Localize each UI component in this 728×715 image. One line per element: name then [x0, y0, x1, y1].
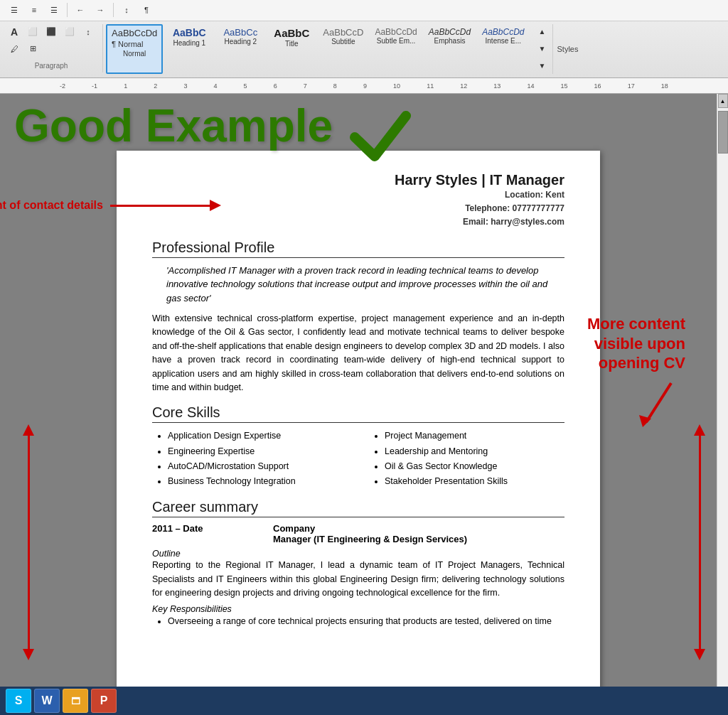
style-heading2[interactable]: AaBbCc Heading 2	[215, 24, 265, 74]
skills-left-list: Application Design Expertise Engineering…	[152, 429, 348, 489]
style-normal-preview: AaBbCcDd¶ Normal	[112, 28, 157, 50]
font-color-icon[interactable]: A	[6, 24, 23, 40]
location-label: Location:	[505, 190, 545, 200]
toolbar: ☰ ≡ ☰ ← → ↕ ¶ A ⬜ ⬛ ⬜ ↕	[0, 0, 728, 78]
section-career-summary-title: Career summary	[152, 499, 564, 517]
style-subtle-em-label: Subtle Em...	[377, 37, 415, 45]
shading-icon[interactable]: 🖊	[6, 41, 23, 57]
responsibilities-list: Overseeing a range of core technical pro…	[152, 614, 564, 628]
email-value: harry@styles.com	[491, 217, 564, 227]
responsibilities-label: Key Responsibilities	[152, 604, 564, 614]
section-professional-profile-title: Professional Profile	[152, 240, 564, 258]
right-down-arrow-head	[694, 649, 705, 660]
career-details: Company Manager (IT Engineering & Design…	[273, 523, 564, 544]
taskbar-word[interactable]: W	[34, 689, 60, 713]
paragraph-buttons: A ⬜ ⬛ ⬜ ↕ 🖊 ⊞	[6, 24, 97, 57]
style-intense-e-label: Intense E...	[486, 37, 522, 45]
align-left-icon[interactable]: ⬜	[24, 24, 41, 40]
indent-decrease-icon[interactable]: ←	[72, 2, 89, 18]
paragraph-group: A ⬜ ⬛ ⬜ ↕ 🖊 ⊞ Paragraph	[6, 24, 103, 72]
explorer-icon: 🗔	[71, 696, 80, 706]
skill-item: Leadership and Mentoring	[385, 444, 564, 459]
style-intense-e[interactable]: AaBbCcDd Intense E...	[477, 24, 529, 74]
word-icon: W	[41, 694, 52, 707]
skill-item: Business Technology Integration	[168, 474, 348, 489]
scrollbar[interactable]: ▲	[717, 94, 728, 687]
style-intense-e-preview: AaBbCcDd	[482, 27, 524, 37]
indent-increase-icon[interactable]: →	[92, 2, 109, 18]
right-up-arrow-head	[694, 424, 705, 436]
style-heading1-label: Heading 1	[173, 39, 206, 47]
contact-annotation: Small amount of contact details	[0, 199, 221, 212]
section-core-skills-title: Core Skills	[152, 404, 564, 423]
skill-item: Oil & Gas Sector Knowledge	[385, 459, 564, 474]
down-arrow-head	[23, 649, 34, 660]
styles-more[interactable]: ▼	[534, 58, 551, 74]
career-entry-1: 2011 – Date Company Manager (IT Engineer…	[152, 523, 564, 544]
styles-scroll-down[interactable]: ▼	[534, 41, 551, 57]
toolbar-top: ☰ ≡ ☰ ← → ↕ ¶	[0, 0, 728, 21]
contact-annotation-text: Small amount of contact details	[0, 199, 103, 212]
style-normal-label: Normal	[123, 50, 146, 58]
styles-area: AaBbCcDd¶ Normal Normal AaBbC Heading 1 …	[106, 24, 722, 74]
style-subtle-em[interactable]: AaBbCcDd Subtle Em...	[370, 24, 422, 74]
up-arrow-head	[23, 424, 34, 436]
style-heading1[interactable]: AaBbC Heading 1	[164, 24, 214, 74]
styles-scroll-up[interactable]: ▲	[534, 24, 551, 40]
numbered-list-icon[interactable]: ≡	[26, 2, 43, 18]
styles-label: Styles	[552, 24, 579, 74]
toolbar-icons: ☰ ≡ ☰ ← → ↕ ¶	[6, 2, 155, 18]
pilcrow-icon[interactable]: ¶	[138, 2, 155, 18]
taskbar: S W 🗔 P	[0, 687, 728, 715]
cv-name: Harry Styles | IT Manager	[152, 172, 564, 188]
scroll-thumb[interactable]	[718, 111, 728, 154]
arrow-line	[110, 205, 210, 207]
powerpoint-icon: P	[100, 694, 108, 707]
professional-profile-quote: 'Accomplished IT Manager with a proven t…	[166, 264, 550, 306]
skills-right-col: Project Management Leadership and Mentor…	[369, 429, 564, 489]
style-title-label: Title	[285, 40, 299, 48]
separator-1	[67, 3, 68, 17]
list-icon[interactable]: ☰	[6, 2, 23, 18]
email-label: Email:	[463, 217, 491, 227]
taskbar-explorer[interactable]: 🗔	[63, 689, 88, 713]
skills-right-list: Project Management Leadership and Mentor…	[369, 429, 564, 489]
location-value: Kent	[545, 190, 564, 200]
style-subtle-em-preview: AaBbCcDd	[375, 27, 417, 37]
style-emphasis[interactable]: AaBbCcDd Emphasis	[424, 24, 476, 74]
skype-icon: S	[15, 694, 23, 707]
ruler-inner: -2 -1 1 2 3 4 5 6 7 8 9 10 11 12 13 14 1…	[3, 82, 725, 90]
core-skills-grid: Application Design Expertise Engineering…	[152, 429, 564, 489]
skill-item: Engineering Expertise	[168, 444, 348, 459]
tel-value: 07777777777	[513, 203, 564, 213]
taskbar-skype[interactable]: S	[6, 689, 31, 713]
style-heading1-preview: AaBbC	[173, 27, 206, 39]
skill-item: Stakeholder Presentation Skills	[385, 474, 564, 489]
border-icon[interactable]: ⊞	[24, 41, 41, 57]
skill-item: Application Design Expertise	[168, 429, 348, 443]
skill-item: Project Management	[385, 429, 564, 443]
style-subtitle[interactable]: AaBbCcD Subtitle	[318, 24, 368, 74]
taskbar-powerpoint[interactable]: P	[91, 689, 117, 713]
right-vert-line	[699, 436, 701, 649]
outline-text: Reporting to the Regional IT Manager, I …	[152, 559, 564, 600]
main-area: Good Example More content visible upon o…	[0, 94, 728, 687]
style-heading2-preview: AaBbCc	[223, 27, 257, 38]
sort-icon[interactable]: ↕	[118, 2, 135, 18]
left-vertical-annotation	[23, 424, 34, 660]
line-spacing-icon[interactable]: ↕	[80, 24, 97, 40]
style-normal[interactable]: AaBbCcDd¶ Normal Normal	[106, 24, 163, 74]
more-content-annotation: More content visible upon opening CV	[587, 314, 685, 433]
professional-profile-para: With extensive technical cross-platform …	[152, 312, 564, 394]
skill-item: AutoCAD/Microstation Support	[168, 459, 348, 474]
style-title[interactable]: AaBbC Title	[267, 24, 316, 74]
align-right-icon[interactable]: ⬜	[61, 24, 78, 40]
career-date: 2011 – Date	[152, 523, 266, 544]
align-center-icon[interactable]: ⬛	[43, 24, 60, 40]
outline-label: Outline	[152, 549, 564, 559]
document-page: Harry Styles | IT Manager Location: Kent…	[117, 151, 600, 687]
style-title-preview: AaBbC	[274, 27, 309, 40]
style-subtitle-label: Subtitle	[331, 38, 355, 45]
scroll-up-btn[interactable]: ▲	[718, 94, 728, 108]
list-icon-2[interactable]: ☰	[46, 2, 63, 18]
